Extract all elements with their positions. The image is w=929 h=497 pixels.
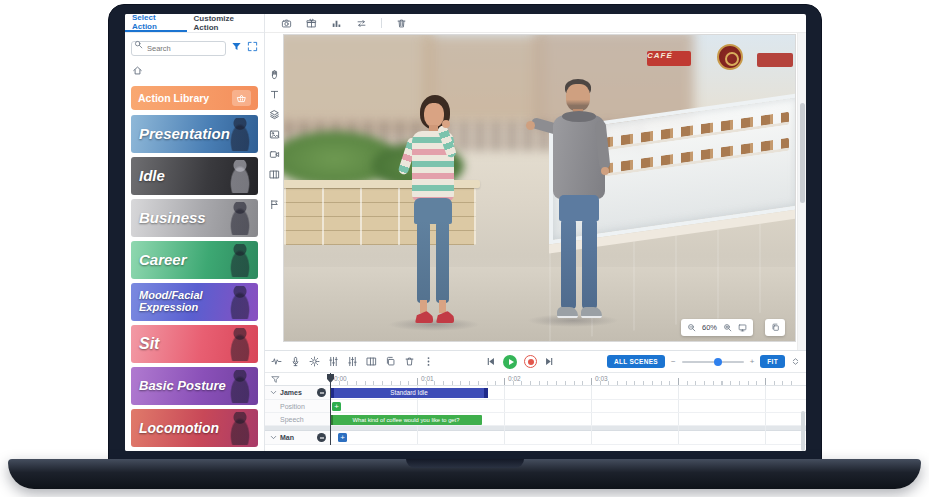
duplicate-view-button[interactable]	[765, 319, 785, 336]
sliders-icon[interactable]	[328, 356, 339, 367]
track-lane[interactable]: +	[330, 400, 806, 412]
skip-end-icon[interactable]	[544, 356, 555, 367]
timeline-scrollbar[interactable]	[801, 411, 805, 451]
hand-tool-icon[interactable]	[269, 69, 280, 80]
gift-icon[interactable]	[306, 18, 317, 29]
character-woman[interactable]	[400, 95, 466, 327]
tab-customize-action[interactable]: Customize Action	[187, 14, 264, 32]
expand-icon[interactable]	[247, 41, 258, 52]
scene-canvas[interactable]: CAFÉ	[283, 34, 796, 342]
track-name: Position	[280, 403, 305, 410]
track-man: Man +	[265, 431, 806, 445]
camera-icon[interactable]	[281, 18, 292, 29]
visibility-toggle[interactable]	[317, 388, 326, 397]
category-idle[interactable]: Idle	[131, 157, 258, 195]
track-filter-icon[interactable]	[271, 375, 280, 384]
track-james: James Standard Idle	[265, 386, 806, 400]
figure-part	[581, 307, 602, 318]
category-sit[interactable]: Sit	[131, 325, 258, 363]
figure-part	[582, 219, 597, 309]
playhead[interactable]	[330, 373, 331, 445]
chevron-down-icon[interactable]	[269, 433, 278, 442]
slider-thumb[interactable]	[714, 358, 722, 366]
panel-tabs: Select Action Customize Action	[125, 14, 264, 33]
filter-icon[interactable]	[231, 41, 242, 52]
figure-part	[415, 311, 433, 323]
track-header[interactable]: Man	[265, 431, 330, 444]
track-header[interactable]: Speech	[265, 413, 330, 425]
category-basic-posture[interactable]: Basic Posture	[131, 367, 258, 405]
zoom-in-icon[interactable]	[723, 323, 732, 332]
category-label: Presentation	[139, 126, 230, 142]
all-scenes-button[interactable]: ALL SCENES	[607, 355, 665, 368]
scrollbar-thumb[interactable]	[800, 103, 805, 203]
category-career[interactable]: Career	[131, 241, 258, 279]
chart-icon[interactable]	[331, 18, 342, 29]
tool-rail	[265, 33, 283, 350]
trash-icon[interactable]	[396, 18, 407, 29]
zoom-minus[interactable]: −	[671, 357, 676, 366]
swap-icon[interactable]	[356, 18, 367, 29]
play-button[interactable]	[503, 355, 517, 369]
collapse-expand-icon[interactable]	[791, 357, 800, 366]
fit-screen-icon[interactable]	[738, 323, 747, 332]
track-lane[interactable]: +	[330, 431, 806, 444]
speech-clip[interactable]: What kind of coffee would you like to ge…	[330, 415, 482, 425]
track-james-speech: Speech What kind of coffee would you lik…	[265, 413, 806, 426]
video-icon[interactable]	[269, 149, 280, 160]
fit-button[interactable]: FIT	[760, 355, 785, 368]
panel-columns-icon[interactable]	[269, 169, 280, 180]
category-mood-facial-expression[interactable]: Mood/Facial Expression	[131, 283, 258, 321]
add-action-button[interactable]: +	[338, 433, 347, 442]
mic-icon[interactable]	[290, 356, 301, 367]
figure-part	[526, 121, 535, 130]
category-presentation[interactable]: Presentation	[131, 115, 258, 153]
timeline-zoom-slider[interactable]	[682, 361, 744, 363]
more-options-icon[interactable]	[423, 356, 434, 367]
zoom-plus[interactable]: +	[750, 357, 755, 366]
action-clip[interactable]: Standard Idle	[330, 388, 488, 398]
track-james-position: Position +	[265, 400, 806, 413]
record-button[interactable]	[524, 355, 537, 368]
basket-icon[interactable]	[232, 90, 251, 106]
image-icon[interactable]	[269, 129, 280, 140]
category-business[interactable]: Business	[131, 199, 258, 237]
action-library-header[interactable]: Action Library	[131, 86, 258, 110]
laptop-base	[8, 459, 921, 489]
home-icon[interactable]	[132, 65, 143, 76]
timeline-body: 0:00 0:01 0:02 0:03	[265, 373, 806, 445]
zoom-out-icon[interactable]	[687, 323, 696, 332]
timeline-ruler[interactable]: 0:00 0:01 0:02 0:03	[265, 373, 806, 386]
visibility-toggle[interactable]	[317, 433, 326, 442]
text-tool-icon[interactable]	[269, 89, 280, 100]
character-man[interactable]	[539, 79, 619, 323]
timeline-toolbar: ALL SCENES − + FIT	[265, 351, 806, 373]
track-lane[interactable]: What kind of coffee would you like to ge…	[330, 413, 806, 425]
figure-part	[442, 120, 450, 128]
skip-start-icon[interactable]	[485, 356, 496, 367]
track-lane[interactable]: Standard Idle	[330, 386, 806, 399]
track-name: Speech	[280, 416, 304, 423]
layers-icon[interactable]	[269, 109, 280, 120]
track-header[interactable]: Position	[265, 400, 330, 412]
copy-icon[interactable]	[385, 356, 396, 367]
figure-part	[566, 84, 590, 111]
sliders-alt-icon[interactable]	[347, 356, 358, 367]
track-header[interactable]: James	[265, 386, 330, 399]
ruler-label: 0:00	[334, 375, 347, 382]
flag-icon[interactable]	[269, 199, 280, 210]
category-label: Locomotion	[139, 421, 219, 436]
add-position-keyframe-button[interactable]: +	[332, 402, 341, 411]
duplicate-icon	[771, 323, 780, 332]
zoom-controls: 60%	[681, 319, 753, 336]
search-input[interactable]	[131, 41, 226, 56]
sun-icon[interactable]	[309, 356, 320, 367]
track-name: James	[280, 389, 302, 396]
tab-select-action[interactable]: Select Action	[125, 14, 187, 32]
category-locomotion[interactable]: Locomotion	[131, 409, 258, 447]
trash-icon[interactable]	[404, 356, 415, 367]
waveform-icon[interactable]	[271, 356, 282, 367]
chevron-down-icon[interactable]	[269, 388, 278, 397]
canvas-scrollbar[interactable]	[797, 33, 806, 350]
columns-icon[interactable]	[366, 356, 377, 367]
